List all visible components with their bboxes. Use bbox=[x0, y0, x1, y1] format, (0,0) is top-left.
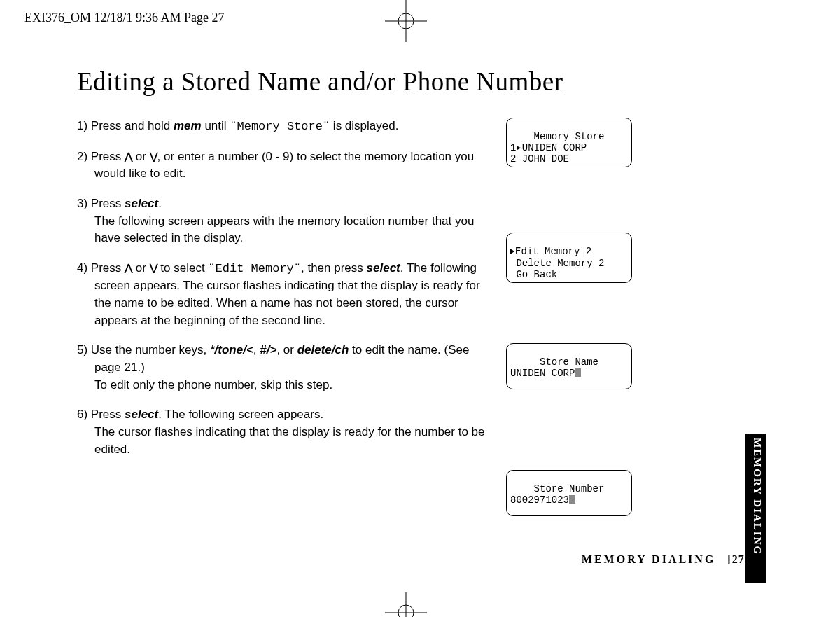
text: , then press bbox=[301, 261, 367, 275]
lcd-line: Edit Memory 2 bbox=[510, 246, 592, 257]
text: . The following screen appears. bbox=[158, 408, 323, 421]
up-arrow-icon: ⋀ bbox=[125, 262, 132, 273]
text: Edit Memory 2 bbox=[515, 246, 592, 257]
text: The cursor flashes indicating that the d… bbox=[77, 424, 493, 458]
text: or bbox=[132, 150, 150, 163]
text: 2) Press bbox=[77, 150, 125, 163]
bracket-close: ] bbox=[745, 553, 749, 565]
text: to select bbox=[158, 261, 209, 275]
lcd-screen-3: Store NameUNIDEN CORP bbox=[506, 343, 632, 389]
lcd-text: ¨Edit Memory¨ bbox=[208, 262, 301, 275]
lcd-text: ¨Memory Store¨ bbox=[230, 120, 330, 133]
text: 3) Press bbox=[77, 197, 125, 210]
text: 5) Use the number keys, bbox=[77, 343, 210, 356]
page-number: 27 bbox=[732, 553, 745, 565]
content-row: 1) Press and hold mem until ¨Memory Stor… bbox=[77, 118, 749, 516]
key-select: select bbox=[125, 197, 158, 210]
key-hash: #/ bbox=[260, 343, 270, 356]
text: To edit only the phone number, skip this… bbox=[77, 377, 493, 394]
cursor-triangle-icon bbox=[510, 249, 514, 254]
text: The following screen appears with the me… bbox=[77, 213, 493, 247]
step-1: 1) Press and hold mem until ¨Memory Stor… bbox=[77, 118, 493, 136]
lcd-line: UNIDEN CORP bbox=[510, 368, 581, 379]
lcd-column: Memory Store1▸UNIDEN CORP 2 JOHN DOE Edi… bbox=[506, 118, 632, 516]
key-star-tone: */tone/ bbox=[210, 343, 246, 356]
lcd-screen-4: Store Number8002971023 bbox=[506, 470, 632, 516]
lcd-line: 1▸UNIDEN CORP bbox=[510, 142, 587, 153]
registration-mark-bottom bbox=[385, 592, 427, 617]
greater-than-icon: > bbox=[270, 343, 276, 356]
down-arrow-icon: ⋁ bbox=[150, 151, 158, 162]
footer-page: [27] bbox=[727, 553, 749, 565]
text: 6) Press bbox=[77, 408, 125, 421]
lcd-screen-2: Edit Memory 2 Delete Memory 2 Go Back bbox=[506, 233, 632, 282]
text: UNIDEN CORP bbox=[510, 368, 575, 379]
lcd-title: Store Number bbox=[510, 483, 628, 494]
key-select: select bbox=[367, 261, 400, 275]
text: , or bbox=[276, 343, 297, 356]
cursor-block-icon bbox=[575, 368, 581, 377]
cursor-block-icon bbox=[569, 495, 575, 504]
side-tab-label: MEMORY DIALING bbox=[751, 438, 763, 555]
page-title: Editing a Stored Name and/or Phone Numbe… bbox=[77, 67, 749, 97]
key-delete-ch: delete/ch bbox=[298, 343, 349, 356]
step-4: 4) Press ⋀ or ⋁ to select ¨Edit Memory¨,… bbox=[77, 260, 493, 330]
less-than-icon: < bbox=[246, 343, 253, 356]
text: or bbox=[132, 261, 150, 275]
steps-column: 1) Press and hold mem until ¨Memory Stor… bbox=[77, 118, 493, 471]
text: 1) Press and hold bbox=[77, 119, 174, 132]
text: , bbox=[253, 343, 260, 356]
lcd-line: 8002971023 bbox=[510, 494, 575, 506]
lcd-line: 2 JOHN DOE bbox=[510, 153, 569, 165]
lcd-title: Memory Store bbox=[510, 131, 628, 142]
text: 8002971023 bbox=[510, 494, 569, 506]
text: 4) Press bbox=[77, 261, 125, 275]
key-mem: mem bbox=[174, 119, 202, 132]
page-content: Editing a Stored Name and/or Phone Numbe… bbox=[77, 67, 749, 516]
lcd-line: Delete Memory 2 bbox=[510, 258, 604, 269]
footer-section: MEMORY DIALING bbox=[582, 553, 716, 565]
text: . bbox=[158, 197, 162, 210]
step-2: 2) Press ⋀ or ⋁, or enter a number (0 - … bbox=[77, 148, 493, 183]
step-6: 6) Press select. The following screen ap… bbox=[77, 406, 493, 458]
lcd-screen-1: Memory Store1▸UNIDEN CORP 2 JOHN DOE bbox=[506, 118, 632, 167]
text: until bbox=[202, 119, 230, 132]
lcd-line: Go Back bbox=[510, 269, 557, 280]
print-header-meta: EXI376_OM 12/18/1 9:36 AM Page 27 bbox=[24, 11, 225, 25]
registration-mark-top bbox=[385, 0, 427, 42]
step-5: 5) Use the number keys, */tone/<, #/>, o… bbox=[77, 342, 493, 394]
page-footer: MEMORY DIALING [27] bbox=[77, 553, 749, 566]
text: is displayed. bbox=[330, 119, 398, 132]
down-arrow-icon: ⋁ bbox=[150, 262, 158, 273]
step-3: 3) Press select. The following screen ap… bbox=[77, 195, 493, 247]
lcd-title: Store Name bbox=[510, 356, 628, 368]
up-arrow-icon: ⋀ bbox=[125, 151, 132, 162]
key-select: select bbox=[125, 408, 158, 421]
